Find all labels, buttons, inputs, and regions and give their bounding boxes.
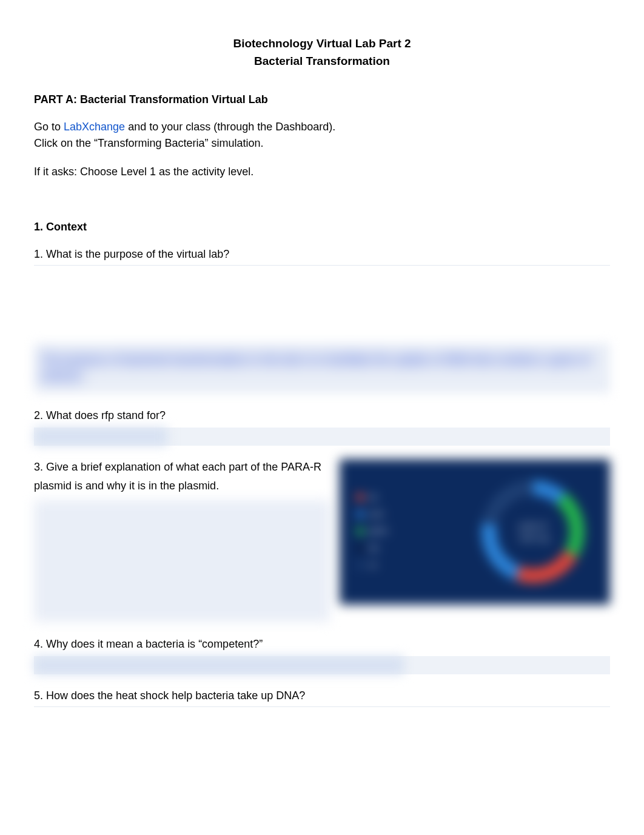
- title-line-1: Biotechnology Virtual Lab Part 2: [34, 35, 610, 53]
- legend-label: araC: [369, 509, 384, 520]
- question-2-answer-blur: [34, 428, 167, 446]
- plasmid-name: pARA-R: [517, 520, 550, 532]
- question-3-answer-box: [34, 500, 330, 622]
- question-1: 1. What is the purpose of the virtual la…: [34, 246, 610, 263]
- blurred-answer-text: The purpose of bacterial transformation …: [41, 354, 591, 382]
- document-title-block: Biotechnology Virtual Lab Part 2 Bacteri…: [34, 35, 610, 70]
- context-heading: 1. Context: [34, 219, 610, 235]
- question-5: 5. How does the heat shock help bacteria…: [34, 688, 610, 704]
- part-a-heading: PART A: Bacterial Transformation Virtual…: [34, 92, 610, 108]
- legend-row: pBAD: [357, 526, 387, 537]
- divider: [34, 706, 610, 707]
- legend-dot-icon: [357, 545, 364, 552]
- question-2-answer-row: [34, 428, 610, 446]
- plasmid-diagram-card: rfparaCpBADblaori pARA-R ~4872 bp: [340, 459, 610, 605]
- question-2: 2. What does rfp stand for?: [34, 407, 610, 424]
- legend-dot-icon: [357, 511, 364, 518]
- intro-paragraph-1: Go to LabXchange and to your class (thro…: [34, 119, 610, 152]
- intro-paragraph-2: If it asks: Choose Level 1 as the activi…: [34, 164, 610, 180]
- legend-label: bla: [369, 543, 378, 554]
- question-4-answer-row: [34, 656, 610, 674]
- question-4: 4. Why does it mean a bacteria is “compe…: [34, 636, 610, 652]
- title-line-2: Bacterial Transformation: [34, 53, 610, 70]
- legend-label: pBAD: [369, 526, 387, 537]
- question-4-answer-blur: [34, 656, 404, 674]
- question-1-answer-box: The purpose of bacterial transformation …: [34, 343, 610, 393]
- legend-row: bla: [357, 543, 387, 554]
- plasmid-legend: rfparaCpBADblaori: [357, 492, 387, 571]
- question-3-line-1: 3. Give a brief explanation of what each…: [34, 459, 330, 475]
- legend-label: ori: [369, 560, 377, 571]
- plasmid-size: ~4872 bp: [517, 532, 550, 544]
- legend-row: araC: [357, 509, 387, 520]
- intro-line-2: Click on the “Transforming Bacteria” sim…: [34, 135, 610, 152]
- legend-dot-icon: [357, 528, 364, 535]
- intro-prefix: Go to: [34, 121, 64, 133]
- plasmid-center-label: pARA-R ~4872 bp: [517, 520, 550, 544]
- intro-suffix: and to your class (through the Dashboard…: [125, 121, 335, 133]
- question-3-line-2: plasmid is and why it is in the plasmid.: [34, 478, 330, 494]
- legend-label: rfp: [369, 492, 377, 503]
- labxchange-link[interactable]: LabXchange: [64, 121, 125, 133]
- legend-row: rfp: [357, 492, 387, 503]
- legend-dot-icon: [357, 494, 364, 501]
- legend-row: ori: [357, 560, 387, 571]
- intro-line-3: If it asks: Choose Level 1 as the activi…: [34, 164, 610, 180]
- plasmid-ring-icon: pARA-R ~4872 bp: [481, 480, 585, 583]
- legend-dot-icon: [357, 562, 364, 569]
